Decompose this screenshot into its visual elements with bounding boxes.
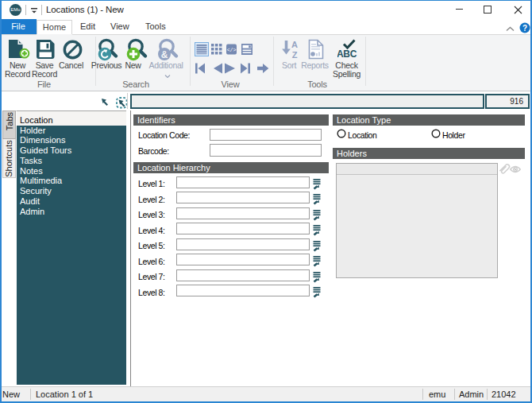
- svg-text:A: A: [291, 40, 298, 49]
- svg-text:&: &: [161, 48, 168, 60]
- svg-text:?: ?: [522, 24, 527, 33]
- svg-text:ABC: ABC: [337, 48, 357, 60]
- svg-text:</>: </>: [227, 48, 237, 53]
- svg-text:Z: Z: [292, 50, 298, 60]
